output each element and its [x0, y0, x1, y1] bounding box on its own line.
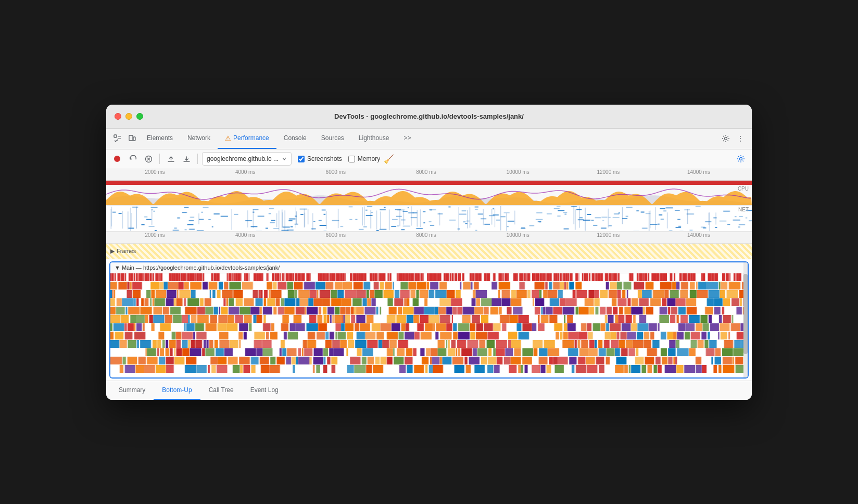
devtools-body: Elements Network ⚠ Performance Console S…	[106, 129, 752, 400]
memory-checkbox-label[interactable]: Memory	[348, 155, 380, 162]
scrollbar-thumb[interactable]	[743, 274, 748, 355]
tab-bottom-up[interactable]: Bottom-Up	[154, 381, 200, 400]
inspect-element-icon[interactable]	[110, 131, 125, 146]
time-label-8000: 8000 ms	[416, 169, 436, 175]
traffic-lights	[115, 113, 143, 120]
main-title: Main — https://googlechrome.github.io/de…	[122, 264, 280, 271]
download-button[interactable]	[180, 152, 193, 166]
time-label-14000: 14000 ms	[687, 169, 710, 175]
devtools-window: DevTools - googlechrome.github.io/devtoo…	[106, 105, 752, 400]
svg-point-6	[740, 158, 742, 160]
toolbar-separator	[159, 154, 160, 164]
time-label-4000: 4000 ms	[235, 169, 255, 175]
cpu-row: CPU	[106, 185, 752, 206]
svg-rect-0	[114, 135, 117, 137]
loading-bar	[106, 181, 752, 185]
device-toolbar-icon[interactable]	[125, 131, 140, 146]
time-label-12000: 12000 ms	[597, 169, 620, 175]
svg-rect-1	[129, 135, 133, 141]
time-ruler-bottom: 2000 ms 4000 ms 6000 ms 8000 ms 10000 ms…	[106, 232, 752, 244]
time-label-6000: 6000 ms	[326, 169, 346, 175]
tab-more[interactable]: >>	[397, 128, 419, 149]
tab-event-log[interactable]: Event Log	[242, 381, 287, 400]
upload-button[interactable]	[164, 152, 178, 166]
frames-triangle: ▶	[110, 248, 115, 255]
tab-elements[interactable]: Elements	[140, 128, 180, 149]
target-selector[interactable]: googlechrome.github.io ...	[202, 152, 292, 166]
performance-settings-button[interactable]	[734, 152, 748, 166]
svg-point-4	[114, 156, 120, 162]
record-button[interactable]	[110, 152, 124, 166]
tab-console[interactable]: Console	[276, 128, 314, 149]
screenshots-checkbox-label[interactable]: Screenshots	[298, 155, 342, 162]
minimize-button[interactable]	[125, 113, 132, 120]
flame-section: 2000 ms 4000 ms 6000 ms 8000 ms 10000 ms…	[106, 232, 752, 381]
more-options-button[interactable]: ⋮	[733, 131, 748, 146]
close-button[interactable]	[115, 113, 121, 120]
toolbar-separator-2	[197, 154, 198, 164]
bottom-tabs-bar: Summary Bottom-Up Call Tree Event Log	[106, 381, 752, 400]
main-collapse-icon[interactable]: ▼	[115, 264, 120, 271]
time-label-10000: 10000 ms	[507, 169, 529, 175]
tab-sources[interactable]: Sources	[314, 128, 351, 149]
scrollbar-track	[743, 262, 748, 377]
frames-label: Frames	[117, 248, 136, 254]
tab-lighthouse[interactable]: Lighthouse	[351, 128, 397, 149]
memory-checkbox[interactable]	[348, 156, 355, 162]
time-ruler-top: 2000 ms 4000 ms 6000 ms 8000 ms 10000 ms…	[106, 169, 752, 181]
main-flame-section: ▼ Main — https://googlechrome.github.io/…	[109, 261, 749, 379]
net-row: NET	[106, 206, 752, 232]
svg-point-3	[725, 137, 727, 140]
main-header: ▼ Main — https://googlechrome.github.io/…	[110, 262, 748, 273]
collect-garbage-button[interactable]: 🧹	[382, 152, 396, 166]
clear-button[interactable]	[142, 152, 155, 166]
screenshots-checkbox[interactable]	[298, 156, 305, 162]
tab-network[interactable]: Network	[180, 128, 218, 149]
reload-button[interactable]	[126, 152, 140, 166]
net-label: NET	[738, 207, 749, 212]
warning-icon: ⚠	[225, 134, 231, 142]
svg-rect-2	[133, 137, 135, 141]
tab-summary[interactable]: Summary	[110, 381, 154, 400]
tab-performance[interactable]: ⚠ Performance	[218, 128, 276, 149]
timeline-overview: 2000 ms 4000 ms 6000 ms 8000 ms 10000 ms…	[106, 169, 752, 232]
frames-row: ▶ Frames	[106, 244, 752, 259]
tabs-bar: Elements Network ⚠ Performance Console S…	[106, 129, 752, 149]
settings-button[interactable]	[718, 131, 733, 146]
time-label-2000: 2000 ms	[145, 169, 165, 175]
flame-chart-container[interactable]	[110, 273, 748, 377]
performance-toolbar: googlechrome.github.io ... Screenshots M…	[106, 149, 752, 169]
fullscreen-button[interactable]	[136, 113, 143, 120]
titlebar: DevTools - googlechrome.github.io/devtoo…	[106, 105, 752, 129]
window-title: DevTools - googlechrome.github.io/devtoo…	[334, 112, 524, 120]
cpu-label: CPU	[738, 186, 749, 192]
tab-call-tree[interactable]: Call Tree	[200, 381, 242, 400]
